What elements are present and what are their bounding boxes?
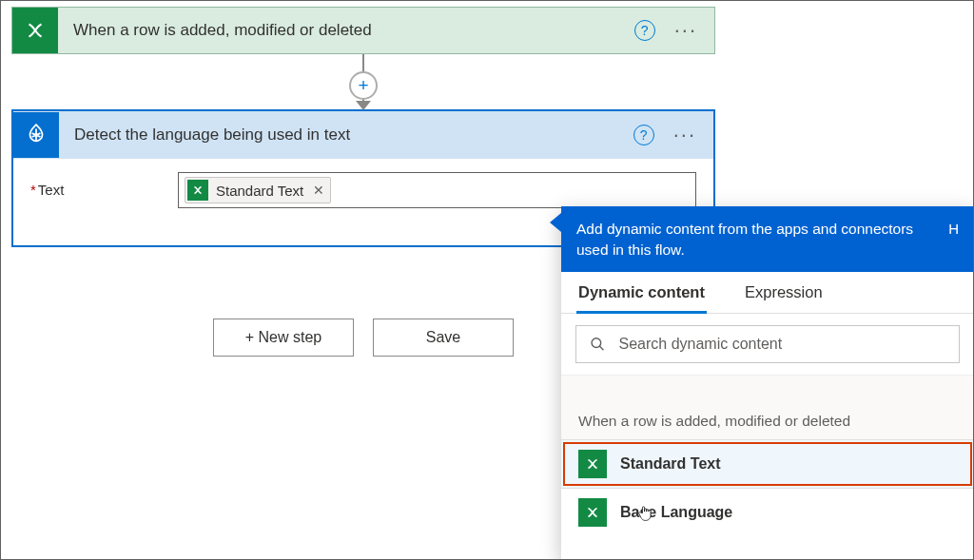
remove-token-icon[interactable]: ✕ — [313, 183, 324, 198]
search-input[interactable] — [619, 336, 945, 353]
search-box[interactable] — [575, 325, 960, 363]
item-label: Standard Text — [620, 455, 721, 473]
flow-connector: + — [11, 54, 715, 109]
tab-expression[interactable]: Expression — [745, 283, 823, 313]
parameter-input[interactable]: Standard Text ✕ — [178, 172, 696, 208]
popup-pointer — [550, 213, 561, 232]
parameter-label: *Text — [30, 172, 178, 198]
dynamic-item-standard-text[interactable]: Standard Text — [561, 440, 974, 488]
add-step-icon[interactable]: + — [349, 71, 378, 100]
svg-point-0 — [592, 338, 601, 348]
dynamic-content-popup: Add dynamic content from the apps and co… — [561, 206, 974, 560]
svg-line-1 — [599, 346, 603, 350]
save-button[interactable]: Save — [373, 319, 514, 357]
help-icon[interactable]: ? — [633, 125, 654, 145]
token-label: Standard Text — [216, 183, 303, 199]
dataverse-icon — [187, 180, 208, 201]
help-icon[interactable]: ? — [634, 20, 655, 41]
popup-header: Add dynamic content from the apps and co… — [561, 206, 974, 272]
new-step-button[interactable]: + New step — [213, 319, 354, 357]
dataverse-icon — [12, 8, 58, 53]
ai-builder-icon — [13, 112, 59, 158]
hide-link[interactable]: H — [948, 219, 959, 239]
token-pill-standard-text[interactable]: Standard Text ✕ — [185, 177, 331, 203]
action-header[interactable]: Detect the language being used in text ?… — [13, 111, 713, 159]
tab-dynamic-content[interactable]: Dynamic content — [578, 283, 705, 313]
trigger-card[interactable]: When a row is added, modified or deleted… — [11, 7, 715, 54]
cursor-pointer-icon — [637, 505, 654, 528]
dataverse-icon — [578, 498, 607, 527]
parameter-row: *Text Standard Text ✕ — [30, 172, 696, 208]
menu-icon[interactable]: ··· — [673, 130, 696, 140]
popup-description: Add dynamic content from the apps and co… — [576, 219, 937, 260]
popup-tabs: Dynamic content Expression — [561, 272, 974, 314]
group-header: When a row is added, modified or deleted — [561, 403, 974, 439]
dynamic-item-base-language[interactable]: Base Language — [561, 489, 974, 536]
trigger-title: When a row is added, modified or deleted — [58, 21, 634, 40]
search-icon — [590, 336, 606, 353]
menu-icon[interactable]: ··· — [674, 26, 697, 35]
dataverse-icon — [578, 450, 607, 478]
action-title: Detect the language being used in text — [59, 126, 633, 145]
